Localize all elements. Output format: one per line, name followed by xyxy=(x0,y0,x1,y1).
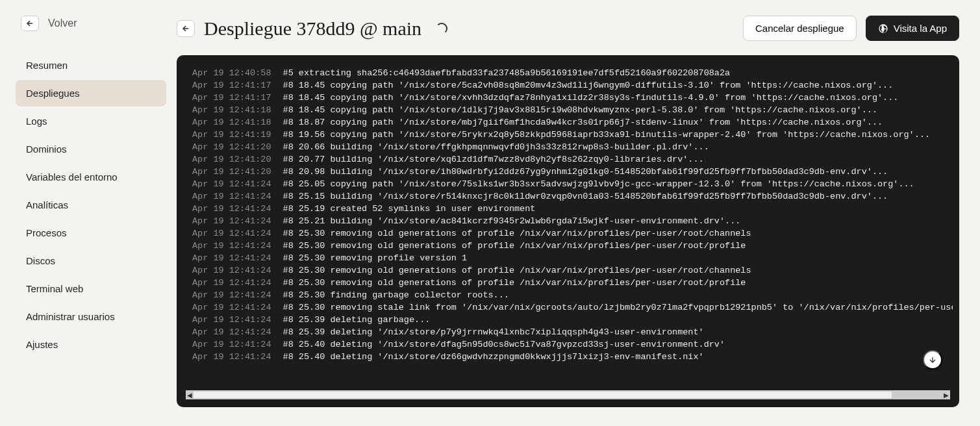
log-timestamp: Apr 19 12:41:24 xyxy=(192,190,283,203)
sidebar-back-button[interactable] xyxy=(21,16,39,31)
scroll-to-bottom-button[interactable] xyxy=(923,350,942,370)
cancel-deploy-button[interactable]: Cancelar despliegue xyxy=(743,16,857,41)
log-row: Apr 19 12:41:24#8 25.15 building '/nix/s… xyxy=(192,190,953,203)
log-message: #8 20.77 building '/nix/store/xq6lzd1dfm… xyxy=(283,153,953,166)
sidebar-back-label: Volver xyxy=(48,18,77,29)
sidebar-back-row: Volver xyxy=(16,16,166,31)
log-message: #8 25.30 removing old generations of pro… xyxy=(283,277,953,289)
log-timestamp: Apr 19 12:41:24 xyxy=(192,338,283,351)
log-message: #8 25.15 building '/nix/store/r514knxcjr… xyxy=(283,190,953,203)
log-message: #8 25.40 deleting '/nix/store/dfag5n95d0… xyxy=(283,338,953,351)
log-timestamp: Apr 19 12:41:24 xyxy=(192,203,283,215)
log-row: Apr 19 12:41:20#8 20.66 building '/nix/s… xyxy=(192,141,953,153)
page-header: Despliegue 378dd9 @ main Cancelar despli… xyxy=(177,16,959,41)
log-timestamp: Apr 19 12:41:17 xyxy=(192,92,283,104)
log-timestamp: Apr 19 12:41:24 xyxy=(192,215,283,227)
sidebar-item-resumen[interactable]: Resumen xyxy=(16,52,166,79)
log-timestamp: Apr 19 12:41:20 xyxy=(192,153,283,166)
sidebar-item-logs[interactable]: Logs xyxy=(16,108,166,134)
sidebar-item-procesos[interactable]: Procesos xyxy=(16,219,166,246)
log-timestamp: Apr 19 12:41:24 xyxy=(192,227,283,240)
log-message: #8 25.39 deleting '/nix/store/p7y9jrrnwk… xyxy=(283,326,953,338)
log-timestamp: Apr 19 12:41:24 xyxy=(192,240,283,252)
log-timestamp: Apr 19 12:41:24 xyxy=(192,264,283,277)
sidebar-item-ajustes[interactable]: Ajustes xyxy=(16,331,166,358)
log-row: Apr 19 12:41:17#8 18.45 copying path '/n… xyxy=(192,79,953,92)
sidebar-item-discos[interactable]: Discos xyxy=(16,247,166,274)
log-message: #8 25.30 removing old generations of pro… xyxy=(283,240,953,252)
log-table: Apr 19 12:40:58#5 extracting sha256:c464… xyxy=(192,67,953,363)
log-message: #8 25.30 removing old generations of pro… xyxy=(283,264,953,277)
scroll-right-icon: ▶ xyxy=(942,391,950,399)
log-row: Apr 19 12:41:24#8 25.40 deleting '/nix/s… xyxy=(192,351,953,363)
log-message: #8 20.66 building '/nix/store/ffgkhpmqnn… xyxy=(283,141,953,153)
log-message: #8 25.30 finding garbage collector roots… xyxy=(283,289,953,301)
loading-spinner-icon xyxy=(436,23,447,34)
log-timestamp: Apr 19 12:41:20 xyxy=(192,141,283,153)
log-row: Apr 19 12:40:58#5 extracting sha256:c464… xyxy=(192,67,953,79)
scrollbar-thumb[interactable] xyxy=(194,392,892,398)
log-timestamp: Apr 19 12:41:18 xyxy=(192,116,283,129)
log-message: #8 25.30 removing stale link from '/nix/… xyxy=(283,301,953,314)
log-timestamp: Apr 19 12:41:24 xyxy=(192,326,283,338)
cancel-deploy-label: Cancelar despliegue xyxy=(755,23,844,34)
log-message: #5 extracting sha256:c46493daefbfabd33fa… xyxy=(283,67,953,79)
log-timestamp: Apr 19 12:41:24 xyxy=(192,252,283,264)
sidebar-item-terminal-web[interactable]: Terminal web xyxy=(16,275,166,302)
sidebar-item-despliegues[interactable]: Despliegues xyxy=(16,80,166,106)
log-timestamp: Apr 19 12:41:20 xyxy=(192,166,283,178)
log-timestamp: Apr 19 12:40:58 xyxy=(192,67,283,79)
log-row: Apr 19 12:41:24#8 25.40 deleting '/nix/s… xyxy=(192,338,953,351)
horizontal-scrollbar[interactable]: ◀ ▶ xyxy=(186,390,950,399)
log-row: Apr 19 12:41:18#8 18.45 copying path '/n… xyxy=(192,104,953,116)
sidebar: Volver Resumen Despliegues Logs Dominios… xyxy=(0,0,166,426)
globe-icon xyxy=(878,23,888,34)
log-row: Apr 19 12:41:17#8 18.45 copying path '/n… xyxy=(192,92,953,104)
visit-app-label: Visita la App xyxy=(894,23,947,34)
log-message: #8 25.40 deleting '/nix/store/dz66gwdvhz… xyxy=(283,351,953,363)
scroll-left-icon: ◀ xyxy=(186,391,194,399)
log-message: #8 25.30 removing profile version 1 xyxy=(283,252,953,264)
sidebar-item-analiticas[interactable]: Analíticas xyxy=(16,192,166,218)
log-row: Apr 19 12:41:24#8 25.30 removing old gen… xyxy=(192,277,953,289)
log-message: #8 18.45 copying path '/nix/store/1dlkj7… xyxy=(283,104,953,116)
main-content: Despliegue 378dd9 @ main Cancelar despli… xyxy=(166,0,980,426)
log-row: Apr 19 12:41:24#8 25.30 removing profile… xyxy=(192,252,953,264)
log-row: Apr 19 12:41:24#8 25.30 finding garbage … xyxy=(192,289,953,301)
log-message: #8 25.21 building '/nix/store/ac841kcrzf… xyxy=(283,215,953,227)
log-message: #8 20.98 building '/nix/store/ih80wdrbfy… xyxy=(283,166,953,178)
log-row: Apr 19 12:41:24#8 25.30 removing old gen… xyxy=(192,227,953,240)
log-row: Apr 19 12:41:18#8 18.87 copying path '/n… xyxy=(192,116,953,129)
sidebar-item-variables[interactable]: Variables del entorno xyxy=(16,164,166,190)
log-row: Apr 19 12:41:24#8 25.05 copying path '/n… xyxy=(192,178,953,190)
log-row: Apr 19 12:41:20#8 20.77 building '/nix/s… xyxy=(192,153,953,166)
log-row: Apr 19 12:41:24#8 25.30 removing stale l… xyxy=(192,301,953,314)
log-message: #8 25.30 removing old generations of pro… xyxy=(283,227,953,240)
log-message: #8 18.87 copying path '/nix/store/mbj7gi… xyxy=(283,116,953,129)
log-row: Apr 19 12:41:20#8 20.98 building '/nix/s… xyxy=(192,166,953,178)
log-message: #8 25.39 deleting garbage... xyxy=(283,314,953,326)
page-back-button[interactable] xyxy=(177,20,195,37)
log-row: Apr 19 12:41:24#8 25.39 deleting '/nix/s… xyxy=(192,326,953,338)
log-message: #8 25.05 copying path '/nix/store/75slks… xyxy=(283,178,953,190)
sidebar-item-dominios[interactable]: Dominios xyxy=(16,136,166,162)
terminal-scroll-area[interactable]: Apr 19 12:40:58#5 extracting sha256:c464… xyxy=(183,67,953,386)
arrow-left-icon xyxy=(181,24,190,33)
page-title: Despliegue 378dd9 @ main xyxy=(204,18,421,40)
log-row: Apr 19 12:41:24#8 25.30 removing old gen… xyxy=(192,264,953,277)
log-timestamp: Apr 19 12:41:24 xyxy=(192,301,283,314)
log-message: #8 19.56 copying path '/nix/store/5rykrx… xyxy=(283,129,953,141)
log-message: #8 18.45 copying path '/nix/store/xvhh3d… xyxy=(283,92,953,104)
sidebar-item-administrar-usuarios[interactable]: Administrar usuarios xyxy=(16,303,166,330)
log-row: Apr 19 12:41:24#8 25.21 building '/nix/s… xyxy=(192,215,953,227)
log-message: #8 25.19 created 52 symlinks in user env… xyxy=(283,203,953,215)
visit-app-button[interactable]: Visita la App xyxy=(866,16,959,41)
log-timestamp: Apr 19 12:41:17 xyxy=(192,79,283,92)
arrow-down-icon xyxy=(928,355,937,364)
log-timestamp: Apr 19 12:41:19 xyxy=(192,129,283,141)
log-row: Apr 19 12:41:24#8 25.30 removing old gen… xyxy=(192,240,953,252)
log-row: Apr 19 12:41:19#8 19.56 copying path '/n… xyxy=(192,129,953,141)
deploy-log-terminal: Apr 19 12:40:58#5 extracting sha256:c464… xyxy=(177,55,959,407)
log-timestamp: Apr 19 12:41:24 xyxy=(192,277,283,289)
log-timestamp: Apr 19 12:41:24 xyxy=(192,351,283,363)
